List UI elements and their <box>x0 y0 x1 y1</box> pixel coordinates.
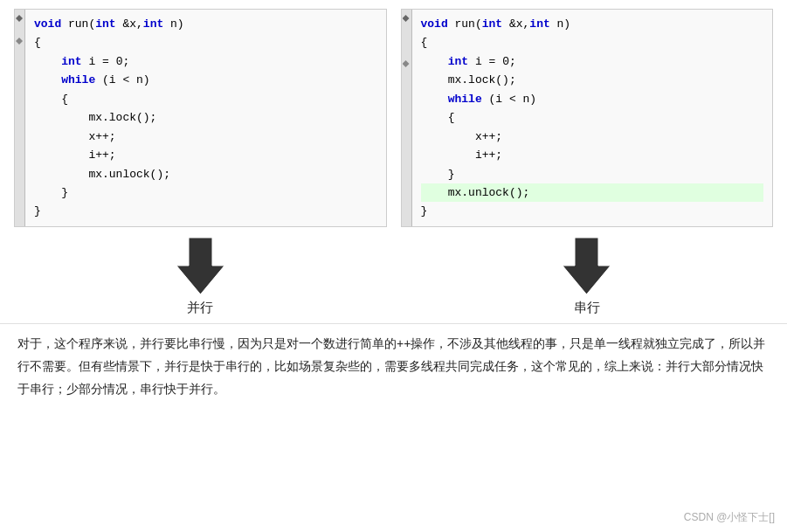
right-code-content: void run(int &x,int n) { int i = 0; mx.l… <box>412 10 773 226</box>
left-code-content: void run(int &x,int n) { int i = 0; whil… <box>25 10 386 226</box>
right-down-arrow-icon <box>563 238 611 294</box>
description-text: 对于，这个程序来说，并行要比串行慢，因为只是对一个数进行简单的++操作，不涉及其… <box>17 333 770 401</box>
footer-note: CSDN @小怪下士[] <box>684 510 775 525</box>
svg-marker-1 <box>563 238 611 294</box>
right-code-block: void run(int &x,int n) { int i = 0; mx.l… <box>401 9 774 227</box>
left-arrow-label: 并行 <box>187 300 213 316</box>
right-arrow-container: 串行 <box>401 238 774 316</box>
description-section: 对于，这个程序来说，并行要比串行慢，因为只是对一个数进行简单的++操作，不涉及其… <box>0 323 787 532</box>
left-down-arrow-icon <box>176 238 224 294</box>
left-code-block: void run(int &x,int n) { int i = 0; whil… <box>14 9 387 227</box>
left-arrow-container: 并行 <box>14 238 387 316</box>
svg-marker-0 <box>176 238 224 294</box>
right-arrow-label: 串行 <box>574 300 600 316</box>
